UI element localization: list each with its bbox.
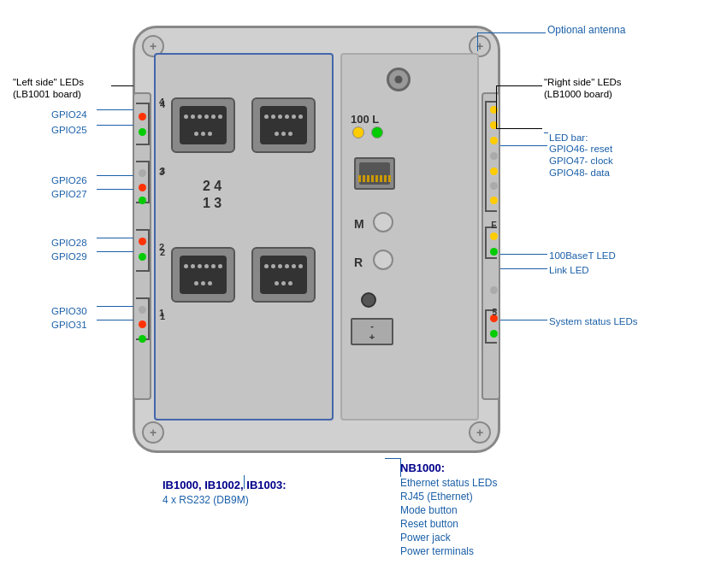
gpio31-label: GPIO31	[51, 320, 87, 330]
link-line	[500, 268, 547, 269]
bracket-1	[136, 297, 150, 340]
antenna-line-v	[477, 32, 478, 51]
db9-pin	[292, 264, 296, 268]
gpio28-label: GPIO28	[51, 238, 87, 248]
db9-pin	[191, 264, 195, 268]
gpio26-led-grey	[139, 169, 146, 177]
100baset-label: 100BaseT LED	[549, 250, 616, 261]
db9-pin	[264, 264, 269, 268]
right-leds-bracket-h2	[496, 128, 542, 129]
antenna-inner	[395, 76, 403, 84]
terminal-plus: +	[369, 332, 375, 343]
gpio27-led	[139, 197, 146, 204]
db9-4	[251, 247, 316, 303]
power-jack	[361, 292, 376, 308]
db9-pin	[208, 281, 212, 285]
gpio24-label: GPIO24	[51, 109, 87, 120]
system-line	[500, 320, 547, 320]
power-terminals: - +	[351, 318, 393, 345]
num-1: 1	[159, 308, 164, 318]
power-terminals-label: Power terminals	[400, 545, 474, 557]
gpio25-led	[139, 128, 146, 136]
ib1000-desc: 4 x RS232 (DB9M)	[162, 494, 249, 506]
db9-pin	[201, 281, 205, 285]
e-label: E	[491, 220, 497, 230]
reset-button[interactable]	[373, 250, 393, 270]
rp-led3	[490, 137, 498, 144]
gpio31-led	[139, 335, 146, 343]
rj45-contact	[371, 175, 374, 182]
db9-pin	[204, 264, 209, 268]
gpio25-label: GPIO25	[51, 125, 87, 135]
ib1000-line-v	[244, 475, 245, 489]
db9-pin	[194, 281, 198, 285]
db9-2	[251, 97, 316, 153]
nb1000-line-h	[385, 458, 400, 459]
screw-br	[469, 421, 491, 444]
100baset-line	[500, 254, 547, 255]
led-100	[352, 126, 364, 138]
gpio48-label: GPIO48- data	[549, 168, 610, 178]
left-side-leds-label2: (LB1001 board)	[13, 89, 81, 99]
num-2: 2	[159, 242, 164, 252]
db9-pin	[211, 264, 216, 268]
connector-numbers2: 1 3	[203, 196, 222, 211]
system-status-label: System status LEDs	[549, 316, 638, 326]
db9-pin	[198, 115, 202, 119]
right-side-panel	[482, 92, 500, 400]
rj45-contact	[358, 175, 361, 182]
rj45-contact	[375, 175, 378, 182]
db9-pin	[281, 132, 286, 136]
gpio27-line	[97, 189, 133, 190]
db9-1	[171, 97, 235, 153]
diagram-container: 2 4 1 3	[0, 0, 709, 588]
rp-led7	[490, 197, 498, 204]
antenna-line-h	[477, 32, 546, 33]
db9-pin	[204, 115, 209, 119]
nb1000-section: 100 L M R	[340, 53, 479, 420]
bracket-4	[136, 103, 150, 145]
gpio30-line	[97, 306, 133, 307]
rj45-contact	[388, 175, 391, 182]
db9-pin	[211, 115, 216, 119]
db9-pin	[298, 115, 303, 119]
num-3: 3	[159, 167, 164, 177]
rj45-label: RJ45 (Ethernet)	[400, 491, 473, 503]
gpio47-label: GPIO47- clock	[549, 156, 613, 166]
db9-pin	[285, 115, 289, 119]
db9-pin	[281, 281, 286, 285]
gpio30-led-grey	[139, 306, 146, 314]
left-side-leds-label: "Left side" LEDs	[13, 77, 84, 87]
system-led-green	[490, 330, 498, 338]
db9-pin	[271, 264, 275, 268]
right-leds-line	[496, 85, 542, 86]
db9-pin	[184, 115, 188, 119]
nb1000-label: NB1000:	[400, 462, 445, 474]
gpio46-label: GPIO46- reset	[549, 144, 612, 154]
gpio29-led	[139, 253, 146, 261]
mode-button[interactable]	[373, 212, 393, 232]
gpio30-led	[139, 320, 146, 328]
right-side-leds-label2: (LB1000 board)	[544, 89, 612, 99]
gpio27-label: GPIO27	[51, 189, 87, 199]
reset-button-label: Reset button	[400, 518, 458, 530]
left-side-panel	[133, 92, 151, 400]
ib1000-section: 2 4 1 3	[154, 53, 334, 420]
gpio31-line	[97, 320, 133, 320]
db9-pin	[191, 115, 195, 119]
rj45-connector	[354, 157, 395, 190]
power-jack-label: Power jack	[400, 532, 451, 544]
optional-antenna-label: Optional antenna	[547, 24, 625, 36]
led-bar-label: LED bar:	[549, 132, 588, 143]
db9-pin	[298, 264, 303, 268]
right-side-leds-label: "Right side" LEDs	[544, 77, 622, 87]
mode-button-label: Mode button	[400, 504, 458, 516]
gpio30-label: GPIO30	[51, 306, 87, 316]
gpio25-line	[97, 125, 133, 126]
led-link	[371, 126, 383, 138]
connector-numbers: 2 4	[203, 179, 222, 194]
rj45-contact	[380, 175, 382, 182]
rp-led4	[490, 152, 498, 160]
rp-led6	[490, 182, 498, 190]
m-label: M	[354, 217, 364, 231]
